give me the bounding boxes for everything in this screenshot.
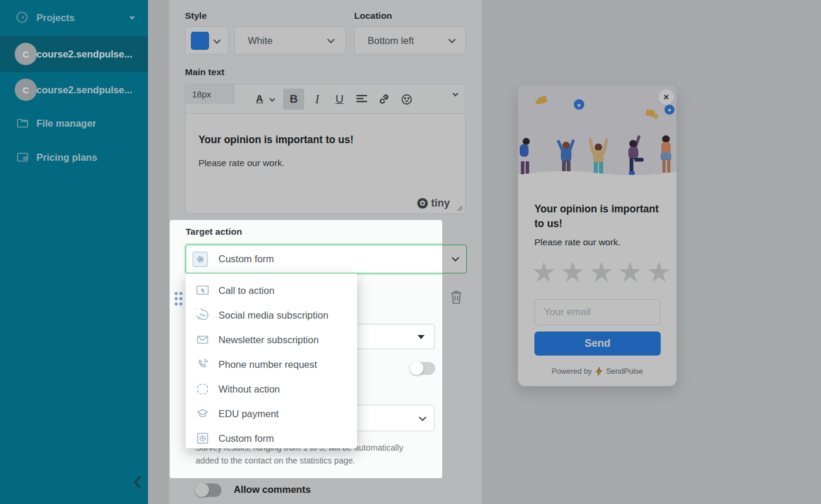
custom-form-icon (193, 252, 208, 267)
custom-form-icon (196, 432, 209, 445)
option-without-action[interactable]: Without action (186, 377, 357, 401)
without-action-icon (196, 383, 209, 395)
caret-down-icon (418, 335, 425, 339)
sidebar-item-project-2[interactable]: C course2.sendpulse... (0, 72, 148, 107)
avatar: C (15, 43, 37, 65)
option-phone-number-request[interactable]: Phone number request (186, 352, 357, 377)
option-custom-form[interactable]: Custom form (186, 426, 357, 451)
call-to-action-icon (196, 284, 209, 297)
projects-icon (16, 11, 28, 23)
target-action-label: Target action (186, 226, 242, 237)
sidebar-item-project-1[interactable]: C course2.sendpulse... (0, 36, 148, 72)
sidebar: Projects C course2.sendpulse... C course… (0, 0, 148, 504)
edu-payment-icon (196, 407, 209, 420)
option-newsletter-subscription[interactable]: Newsletter subscription (186, 327, 357, 352)
avatar: C (15, 79, 37, 101)
app-root: Style White Location Bottom left Main te… (0, 0, 821, 504)
chevron-down-icon (129, 16, 135, 20)
sidebar-item-file-manager[interactable]: File manager (0, 109, 148, 138)
hidden-toggle[interactable] (410, 362, 435, 375)
social-media-icon (196, 309, 209, 322)
drag-handle[interactable] (173, 290, 184, 307)
wallet-icon (16, 151, 29, 163)
newsletter-icon (196, 333, 209, 346)
option-social-media-subscription[interactable]: Social media subscription (186, 303, 357, 327)
phone-icon (196, 358, 209, 371)
target-action-value: Custom form (218, 253, 274, 265)
target-action-select[interactable]: Custom form (186, 245, 442, 273)
option-call-to-action[interactable]: Call to action (186, 278, 357, 303)
collapse-sidebar-icon[interactable] (133, 475, 142, 489)
sidebar-item-pricing-plans[interactable]: Pricing plans (0, 143, 148, 172)
folder-icon (16, 117, 29, 128)
target-action-dropdown: Call to action Social media subscription… (186, 273, 357, 448)
chevron-down-icon (419, 414, 426, 421)
option-edu-payment[interactable]: EDU payment (186, 401, 357, 426)
sidebar-item-projects[interactable]: Projects (0, 0, 148, 35)
target-action-spotlight: Target action Custom form Survey results… (170, 220, 442, 478)
